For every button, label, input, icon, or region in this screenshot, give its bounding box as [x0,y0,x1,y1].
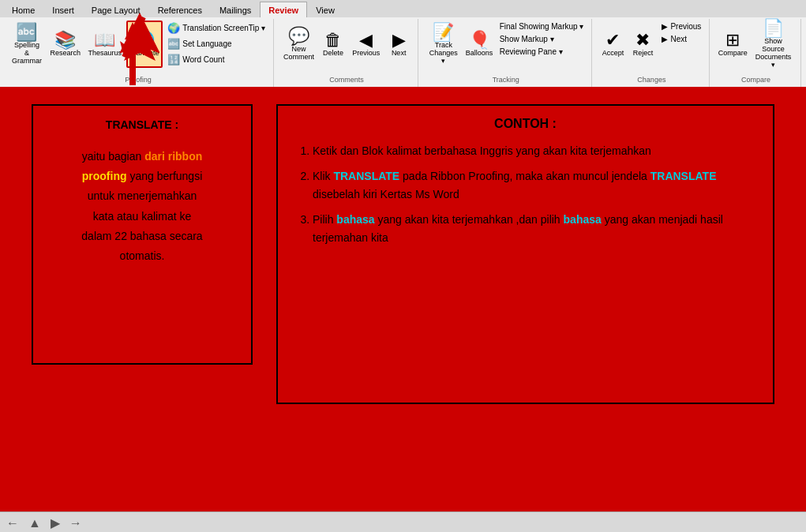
text-proofing: proofing [82,170,127,182]
reviewing-pane-label: Reviewing Pane ▾ [500,47,563,56]
compare-button[interactable]: ⊞ Compare [716,21,749,68]
step-1-text: Ketik dan Blok kalimat berbahasa Inggris… [313,144,651,157]
step-2-translate2: TRANSLATE [650,170,717,182]
proofing-small-col: 🌍 Translation ScreenTip ▾ 🔤 Set Language… [164,21,268,78]
text-untuk: untuk menerjemahkan [88,189,197,202]
accept-icon: ✔ [605,32,620,49]
back-button[interactable]: ← [6,516,19,530]
reject-icon: ✖ [635,32,650,49]
balloons-button[interactable]: 🎈 Balloons [463,21,494,68]
screentip-label: Translation ScreenTip ▾ [182,24,265,32]
text-yaitu: yaitu bagian [82,150,144,163]
compare-label: Compare [718,49,748,57]
word-count-label: Word Count [182,55,224,64]
word-count-icon: 🔢 [167,54,180,66]
play-button[interactable]: ▶ [51,515,60,530]
contoh-box: CONTOH : Ketik dan Blok kalimat berbahas… [276,104,774,404]
tab-insert[interactable]: Insert [43,2,83,17]
text-kata: kata atau kalimat ke [93,210,192,223]
new-comment-label: NewComment [283,45,314,61]
bottom-bar: ← ▲ ▶ → [0,511,806,532]
forward-button[interactable]: → [69,516,82,530]
text-dari-ribbon: dari ribbon [144,150,202,163]
tab-mailings[interactable]: Mailings [211,2,260,17]
accept-label: Accept [602,49,624,57]
tracking-group-label: Tracking [420,76,591,84]
compare-icon: ⊞ [725,32,740,49]
tracking-small-col: Final Showing Markup ▾ Show Markup ▾ Rev… [497,21,587,69]
translation-screentip-button[interactable]: 🌍 Translation ScreenTip ▾ [164,21,268,36]
delete-label: Delete [323,49,343,57]
show-source-icon: 📄 [763,20,784,37]
translate-arrow-indicator [120,13,159,69]
changes-prev-label: Previous [670,22,701,31]
protect-group-label: Protect [803,76,806,84]
step-2-klik: Klik [313,170,333,182]
track-changes-label: TrackChanges ▾ [428,41,459,65]
delete-icon: 🗑 [324,32,342,49]
up-button[interactable]: ▲ [28,516,41,530]
ribbon-group-compare: ⊞ Compare 📄 Show SourceDocuments ▾ Compa… [711,19,801,87]
text-yang: yang berfungsi [127,170,203,182]
tab-home[interactable]: Home [3,2,43,17]
show-source-label: Show SourceDocuments ▾ [754,37,793,69]
new-comment-button[interactable]: 💬 NewComment [280,21,317,68]
changes-next-button[interactable]: ▶ Next [658,33,704,45]
step-3: Pilih bahasa yang akan kita terjemahkan … [313,211,757,246]
reviewing-pane-button[interactable]: Reviewing Pane ▾ [497,46,587,58]
thesaurus-button[interactable]: 📖 Thesaurus [85,21,125,68]
changes-small-col: ▶ Previous ▶ Next [658,21,704,56]
final-showing-markup-button[interactable]: Final Showing Markup ▾ [497,21,587,32]
reject-button[interactable]: ✖ Reject [628,21,657,68]
step-2: Klik TRANSLATE pada Ribbon Proofing, mak… [313,167,757,203]
changes-previous-button[interactable]: ▶ Previous [658,21,704,32]
step-1: Ketik dan Blok kalimat berbahasa Inggris… [313,142,757,159]
track-changes-icon: 📝 [433,24,454,41]
reject-label: Reject [633,49,654,57]
track-changes-button[interactable]: 📝 TrackChanges ▾ [425,21,462,68]
new-comment-icon: 💬 [288,28,309,45]
right-box-title: CONTOH : [294,117,757,131]
main-content: TRANSLATE : yaitu bagian dari ribbon pro… [0,88,806,511]
text-dalam: dalam 22 bahasa secara [81,230,202,242]
next-label: Next [392,49,407,57]
spelling-grammar-button[interactable]: 🔤 Spelling &Grammar [8,21,46,68]
set-language-button[interactable]: 🔤 Set Language [164,36,268,51]
text-otomatis: otomatis. [120,249,165,262]
screentip-icon: 🌍 [167,22,180,34]
left-box-text: yaitu bagian dari ribbon proofing yang b… [44,147,240,266]
research-label: Research [51,49,81,57]
previous-comment-button[interactable]: ◀ Previous [349,21,383,68]
ribbon-group-changes: ✔ Accept ✖ Reject ▶ Previous ▶ Next [594,19,710,87]
step-3-pilih: Pilih [313,213,336,226]
translate-description-box: TRANSLATE : yaitu bagian dari ribbon pro… [32,104,253,365]
ribbon-group-comments: 💬 NewComment 🗑 Delete ◀ Previous ▶ Next … [276,19,418,87]
delete-comment-button[interactable]: 🗑 Delete [319,21,347,68]
research-button[interactable]: 📚 Research [47,21,84,68]
show-markup-label: Show Markup ▾ [500,35,554,43]
step-3-bahasa2: bahasa [564,213,602,226]
step-3-bahasa1: bahasa [336,213,374,226]
tab-review[interactable]: Review [260,2,307,17]
final-markup-label: Final Showing Markup ▾ [500,22,584,31]
changes-next-icon: ▶ [662,35,668,43]
set-language-label: Set Language [182,39,231,48]
next-comment-button[interactable]: ▶ Next [384,21,413,68]
balloons-label: Balloons [466,49,493,57]
accept-button[interactable]: ✔ Accept [598,21,627,68]
ribbon-group-tracking: 📝 TrackChanges ▾ 🎈 Balloons Final Showin… [420,19,592,87]
word-count-button[interactable]: 🔢 Word Count [164,52,268,67]
step-2-pada: pada Ribbon Proofing, maka akan muncul j… [399,170,650,182]
show-markup-button[interactable]: Show Markup ▾ [497,33,587,45]
compare-group-label: Compare [711,76,800,84]
show-source-button[interactable]: 📄 Show SourceDocuments ▾ [751,21,796,68]
changes-group-label: Changes [594,76,709,84]
set-language-icon: 🔤 [167,38,180,50]
comments-group-label: Comments [276,76,418,84]
thesaurus-icon: 📖 [94,32,115,49]
prev-label: Previous [352,49,380,57]
tab-view[interactable]: View [307,2,343,17]
left-box-title: TRANSLATE : [44,118,240,131]
ribbon-group-protect: 🔒 ProtectDocument ▾ Protect [803,19,806,87]
step-2-translate1: TRANSLATE [333,170,399,182]
